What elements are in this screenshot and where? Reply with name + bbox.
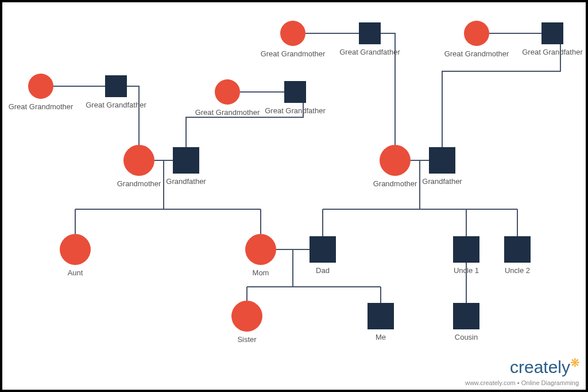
node-ggf4 xyxy=(541,22,563,44)
node-me xyxy=(368,303,394,329)
node-gm2 xyxy=(380,145,411,176)
node-gf2 xyxy=(429,147,455,174)
label-ggm2: Great Grandmother xyxy=(195,108,260,117)
label-aunt: Aunt xyxy=(68,268,83,277)
node-ggm3 xyxy=(280,21,305,46)
footer-text: www.creately.com • Online Diagramming xyxy=(465,379,579,386)
node-u2 xyxy=(504,236,531,263)
label-ggf4: Great Grandfather xyxy=(522,48,583,56)
label-u1: Uncle 1 xyxy=(454,266,479,275)
label-cousin: Cousin xyxy=(455,333,478,341)
label-dad: Dad xyxy=(316,266,330,275)
node-gf1 xyxy=(173,147,199,174)
genogram-svg xyxy=(2,2,586,390)
label-ggf1: Great Grandfather xyxy=(86,101,146,109)
bulb-icon: ❋ xyxy=(570,356,580,369)
node-u1 xyxy=(453,236,479,263)
label-u2: Uncle 2 xyxy=(505,266,530,275)
node-mom xyxy=(245,234,276,265)
label-ggf2: Great Grandfather xyxy=(265,106,326,115)
brand-logo: creately❋ xyxy=(510,356,580,377)
label-ggm3: Great Grandmother xyxy=(261,49,326,58)
node-ggm4 xyxy=(464,21,489,46)
label-sister: Sister xyxy=(237,335,256,344)
node-ggf2 xyxy=(284,81,306,103)
brand-name: creately xyxy=(510,358,570,376)
node-cousin xyxy=(453,303,479,329)
node-ggm2 xyxy=(215,79,240,105)
label-gm2: Grandmother xyxy=(373,179,417,188)
label-gf2: Grandfather xyxy=(422,177,462,186)
label-ggm4: Great Grandmother xyxy=(444,49,509,58)
label-ggm1: Great Grandmother xyxy=(9,102,74,111)
node-aunt xyxy=(60,234,91,265)
diagram-frame: { "colors":{"female":"#E94E3A","male":"#… xyxy=(0,0,588,392)
label-ggf3: Great Grandfather xyxy=(339,48,400,56)
label-gm1: Grandmother xyxy=(117,179,161,188)
node-gm1 xyxy=(123,145,154,176)
node-ggm1 xyxy=(28,74,53,99)
label-mom: Mom xyxy=(253,268,269,277)
node-dad xyxy=(310,236,336,263)
node-sister xyxy=(231,301,262,332)
label-me: Me xyxy=(376,333,386,341)
node-ggf1 xyxy=(105,75,127,97)
node-ggf3 xyxy=(359,22,381,44)
label-gf1: Grandfather xyxy=(166,177,206,186)
